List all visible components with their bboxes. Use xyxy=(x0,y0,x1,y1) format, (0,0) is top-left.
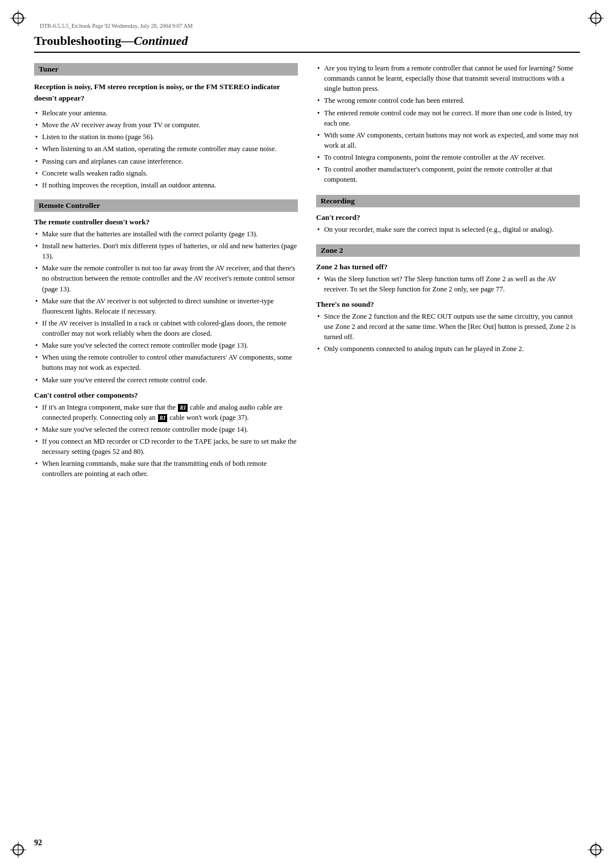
title-prefix: Troubleshooting xyxy=(34,34,121,48)
list-item: On your recorder, make sure the correct … xyxy=(316,224,580,235)
title-suffix: —Continued xyxy=(121,34,188,48)
list-item: To control Integra components, point the… xyxy=(316,152,580,162)
zone2-section: Zone 2 Zone 2 has turned off? Was the Sl… xyxy=(316,244,580,354)
list-item: Was the Sleep function set? The Sleep fu… xyxy=(316,274,580,294)
cant-record-header: Can't record? xyxy=(316,213,580,222)
page-number: 92 xyxy=(34,838,42,848)
list-item: Make sure that the AV receiver is not su… xyxy=(34,296,298,316)
integra-icon: RI xyxy=(178,404,188,412)
zone2-turned-off-bullets: Was the Sleep function set? The Sleep fu… xyxy=(316,274,580,294)
remote-controller-header: Remote Controller xyxy=(34,199,298,212)
list-item: Since the Zone 2 function and the REC OU… xyxy=(316,311,580,342)
list-item: The wrong remote control code has been e… xyxy=(316,95,580,106)
list-item: Concrete walls weaken radio signals. xyxy=(34,168,298,178)
list-item: Install new batteries. Don't mix differe… xyxy=(34,241,298,261)
list-item: When listening to an AM station, operati… xyxy=(34,144,298,154)
remote-doesnt-work-header: The remote controller doesn't work? xyxy=(34,218,298,227)
list-item: Make sure the remote controller is not t… xyxy=(34,263,298,294)
cant-record-bullets: On your recorder, make sure the correct … xyxy=(316,224,580,235)
list-item: When using the remote controller to cont… xyxy=(34,352,298,373)
corner-mark-br xyxy=(588,842,604,858)
cant-control-header: Can't control other components? xyxy=(34,391,298,400)
zone2-no-sound-header: There's no sound? xyxy=(316,300,580,309)
zone2-no-sound-bullets: Since the Zone 2 function and the REC OU… xyxy=(316,311,580,354)
file-info: DTR-6.5.5.5_En.book Page 92 Wednesday, J… xyxy=(40,23,580,29)
corner-mark-tr xyxy=(588,10,604,26)
list-item: If nothing improves the reception, insta… xyxy=(34,180,298,190)
remote-controller-section: Remote Controller The remote controller … xyxy=(34,199,298,479)
left-column: Tuner Reception is noisy, FM stereo rece… xyxy=(34,63,298,489)
page: DTR-6.5.5.5_En.book Page 92 Wednesday, J… xyxy=(0,0,614,868)
page-title: Troubleshooting—Continued xyxy=(34,34,580,53)
list-item: When learning commands, make sure that t… xyxy=(34,458,298,479)
list-item: Make sure you've selected the correct re… xyxy=(34,340,298,350)
cant-learn-bullets: Are you trying to learn from a remote co… xyxy=(316,63,580,185)
corner-mark-tl xyxy=(10,10,26,26)
list-item: The entered remote control code may not … xyxy=(316,108,580,128)
zone2-turned-off-header: Zone 2 has turned off? xyxy=(316,262,580,272)
tuner-bullets: Relocate your antenna. Move the AV recei… xyxy=(34,108,298,190)
list-item: Are you trying to learn from a remote co… xyxy=(316,63,580,94)
cant-control-bullets: If it's an Integra component, make sure … xyxy=(34,402,298,479)
list-item: Move the AV receiver away from your TV o… xyxy=(34,120,298,130)
list-item: Make sure you've selected the correct re… xyxy=(34,424,298,435)
list-item: With some AV components, certain buttons… xyxy=(316,130,580,151)
list-item: Make sure that the batteries are install… xyxy=(34,229,298,239)
zone2-header: Zone 2 xyxy=(316,244,580,257)
recording-header: Recording xyxy=(316,195,580,207)
list-item: If the AV receiver is installed in a rac… xyxy=(34,318,298,339)
tuner-header: Tuner xyxy=(34,63,298,76)
remote-doesnt-work-bullets: Make sure that the batteries are install… xyxy=(34,229,298,385)
right-column: Are you trying to learn from a remote co… xyxy=(316,63,580,489)
recording-section: Recording Can't record? On your recorder… xyxy=(316,195,580,235)
list-item: If it's an Integra component, make sure … xyxy=(34,402,298,423)
list-item: Listen to the station in mono (page 56). xyxy=(34,132,298,142)
list-item: Passing cars and airplanes can cause int… xyxy=(34,156,298,166)
list-item: If you connect an MD recorder or CD reco… xyxy=(34,436,298,457)
tuner-section: Tuner Reception is noisy, FM stereo rece… xyxy=(34,63,298,190)
tuner-bold-question: Reception is noisy, FM stereo reception … xyxy=(34,81,298,103)
list-item: Make sure you've entered the correct rem… xyxy=(34,375,298,385)
list-item: To control another manufacturer's compon… xyxy=(316,164,580,185)
content-columns: Tuner Reception is noisy, FM stereo rece… xyxy=(34,63,580,489)
corner-mark-bl xyxy=(10,842,26,858)
list-item: Relocate your antenna. xyxy=(34,108,298,118)
integra-icon-2: RI xyxy=(158,414,168,423)
list-item: Only components connected to analog inpu… xyxy=(316,344,580,354)
